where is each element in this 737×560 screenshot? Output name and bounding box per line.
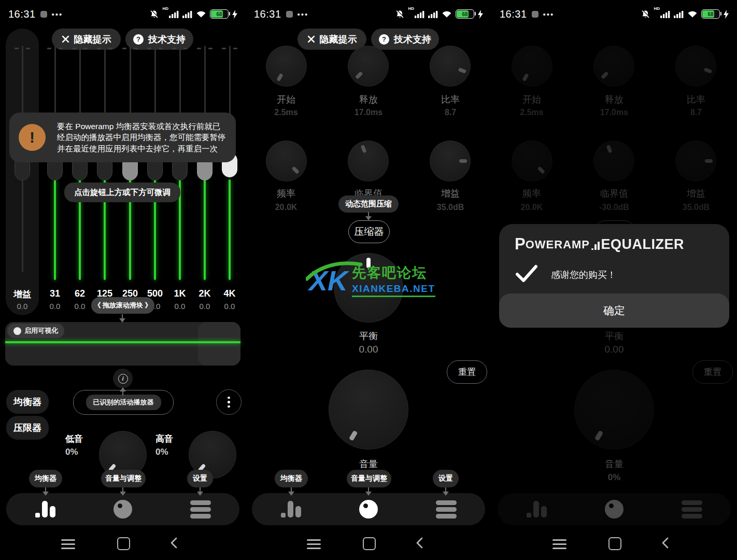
release-knob[interactable] xyxy=(593,46,634,87)
back-icon[interactable] xyxy=(661,537,669,549)
attack-knob[interactable] xyxy=(512,46,552,87)
recents-icon[interactable] xyxy=(307,539,321,549)
back-icon[interactable] xyxy=(416,537,423,549)
tab-volume[interactable] xyxy=(100,493,146,525)
battery-level: 68 xyxy=(702,11,719,17)
battery-level: 68 xyxy=(456,11,474,17)
compressor-button[interactable]: 压缩器 xyxy=(348,220,390,243)
drag-hint-arrow xyxy=(119,314,126,323)
watermark-site: XIANKEBA.NET xyxy=(352,283,435,297)
reset-button[interactable]: 重置 xyxy=(447,360,487,384)
bottom-tab-bar xyxy=(498,493,731,525)
band-level-line xyxy=(204,179,206,280)
tick xyxy=(147,48,151,49)
tech-support-button[interactable]: ? 技术支持 xyxy=(371,29,439,50)
tab-settings[interactable] xyxy=(669,493,715,525)
watermark-swoosh-icon xyxy=(306,260,363,281)
battery-icon: 68 xyxy=(210,9,229,19)
bottom-tab-bar xyxy=(252,493,485,525)
info-button[interactable]: i xyxy=(113,369,133,388)
balance-label: 平衡 xyxy=(491,330,737,342)
active-player-label: 已识别的活动播放器 xyxy=(86,395,161,410)
recents-icon[interactable] xyxy=(61,539,75,549)
tab-settings[interactable] xyxy=(423,493,470,525)
battery-level: 68 xyxy=(210,11,228,17)
tab-equalizer[interactable] xyxy=(513,493,560,525)
visualization-side-panel xyxy=(198,322,240,366)
equalizer-toggle-button[interactable]: 均衡器 xyxy=(6,390,49,414)
tick xyxy=(72,48,76,49)
bottom-tab-bar xyxy=(6,493,239,525)
watermark-logo: XK xyxy=(309,267,348,295)
knob-indicator xyxy=(594,430,603,441)
purchase-dialog: POWERAMP EQUALIZER 感谢您的购买！ 确定 xyxy=(499,224,729,328)
watermark-title: 先客吧论坛 xyxy=(352,263,435,282)
ratio-knob[interactable] xyxy=(430,46,471,87)
gain-label: 增益 xyxy=(665,187,727,200)
status-bar: 16:31 ••• HD 68 xyxy=(491,5,737,23)
limiter-toggle-button[interactable]: 压限器 xyxy=(6,416,49,440)
tick xyxy=(15,48,19,49)
overflow-menu-button[interactable] xyxy=(216,389,242,415)
tab-volume[interactable] xyxy=(345,493,392,525)
tick xyxy=(26,48,30,49)
ok-button[interactable]: 确定 xyxy=(499,293,729,328)
hide-tips-label: 隐藏提示 xyxy=(320,33,357,46)
volume-knob[interactable] xyxy=(574,370,654,450)
tech-support-button[interactable]: ? 技术支持 xyxy=(125,29,193,50)
gain-knob[interactable] xyxy=(675,141,716,181)
tab-hint-arrow xyxy=(119,487,126,496)
threshold-knob[interactable] xyxy=(593,141,634,181)
release-value: 17.0ms xyxy=(337,108,400,117)
balance-label: 平衡 xyxy=(246,330,491,342)
signal-icon-1 xyxy=(660,10,670,18)
hide-tips-button[interactable]: 隐藏提示 xyxy=(297,29,366,50)
tech-support-label: 技术支持 xyxy=(394,33,431,46)
notification-icon xyxy=(286,11,293,18)
recents-icon[interactable] xyxy=(552,539,566,549)
ratio-knob[interactable] xyxy=(675,46,716,87)
home-icon[interactable] xyxy=(608,537,621,550)
tab-settings[interactable] xyxy=(177,493,224,525)
volume-knob[interactable] xyxy=(329,370,408,450)
release-knob[interactable] xyxy=(348,46,389,87)
tab-volume[interactable] xyxy=(591,493,637,525)
clock: 16:31 xyxy=(254,8,281,20)
home-icon[interactable] xyxy=(363,537,376,550)
threshold-value: -30.0dB xyxy=(583,203,645,212)
notification-icon xyxy=(40,11,47,18)
tab-hint-settings: 设置 xyxy=(433,470,459,487)
visualization-panel[interactable]: ? 启用可视化 xyxy=(5,322,240,366)
volume-label: 音量 xyxy=(246,458,491,470)
release-label: 释放 xyxy=(337,93,400,106)
back-icon[interactable] xyxy=(170,537,178,549)
charging-icon xyxy=(232,10,237,19)
tab-equalizer[interactable] xyxy=(267,493,314,525)
knob-indicator xyxy=(606,145,613,153)
wifi-icon xyxy=(196,10,206,18)
clock: 16:31 xyxy=(500,8,527,20)
drc-tooltip: 动态范围压缩 xyxy=(338,195,399,213)
clock: 16:31 xyxy=(8,8,36,20)
drc-arrow xyxy=(365,212,372,220)
volume-label: 音量 xyxy=(491,458,737,470)
ratio-label: 比率 xyxy=(665,93,727,106)
tab-equalizer[interactable] xyxy=(22,493,68,525)
attack-knob[interactable] xyxy=(266,46,307,87)
balance-value: 0.00 xyxy=(491,344,737,355)
frequency-knob[interactable] xyxy=(266,141,307,181)
tab-hint-volume: 音量与调整 xyxy=(101,470,146,487)
threshold-knob[interactable] xyxy=(348,141,389,181)
status-bar: 16:31 ••• HD 68 xyxy=(246,5,491,23)
frequency-knob[interactable] xyxy=(512,141,552,181)
hide-tips-button[interactable]: 隐藏提示 xyxy=(52,29,121,50)
warning-tooltip: ! 要在 Poweramp 均衡器安装或首次执行前就已经启动的播放器中启用均衡器… xyxy=(9,113,236,162)
gain-knob[interactable] xyxy=(430,141,471,181)
home-icon[interactable] xyxy=(117,537,130,550)
tick xyxy=(122,48,126,49)
knob-indicator xyxy=(361,145,367,153)
menu-icon xyxy=(436,500,457,519)
dot xyxy=(228,405,230,408)
reset-button[interactable]: 重置 xyxy=(692,360,733,384)
equalizer-bars-icon xyxy=(35,501,55,517)
